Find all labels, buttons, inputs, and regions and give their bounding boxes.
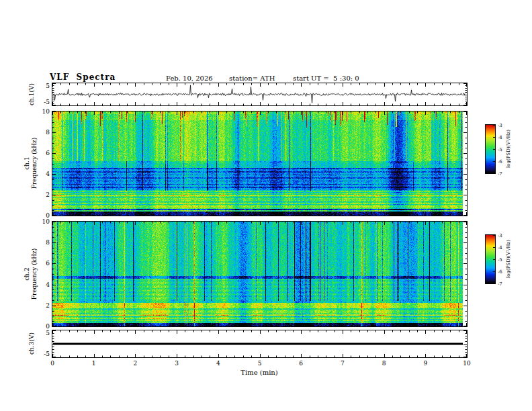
time-axis-label: Time (min) (192, 369, 326, 376)
ch3-waveform-panel (52, 330, 468, 358)
ch1-waveform-canvas (52, 83, 467, 105)
spec2-y-tick-label: 4 (36, 281, 50, 288)
colorbar1-tick-label: -4 (498, 134, 508, 141)
ch1-axis-frequency-line: Frequency (kHz) (31, 131, 38, 195)
ch2-frequency-axis-label: ch.2 Frequency (kHz) (24, 242, 38, 306)
x-tick-label: 6 (294, 360, 308, 367)
figure-title: VLF Spectra (50, 73, 116, 82)
station-label: station= ATH (229, 75, 275, 82)
ch2-axis-frequency-line: Frequency (kHz) (31, 242, 38, 306)
colorbar-ch1 (485, 124, 496, 174)
ch1-waveform-panel (52, 83, 468, 106)
spec1-y-tick-label: 6 (36, 150, 50, 156)
x-tick-label: 7 (336, 360, 349, 367)
spec2-y-tick-label: 10 (36, 218, 50, 225)
spec1-y-tick-label: 10 (36, 108, 50, 115)
wave1-y-tick-label: 5 (36, 83, 50, 89)
x-tick-label: 5 (253, 360, 267, 367)
ch3-waveform-canvas (52, 330, 467, 357)
colorbar-ch1-gradient (486, 125, 495, 173)
spec2-y-tick-label: 2 (36, 302, 50, 309)
colorbar1-tick-label: -3 (498, 122, 508, 129)
ch1-axis-channel-line: ch.1 (24, 131, 31, 195)
x-tick-label: 0 (46, 360, 59, 367)
colorbar1-tick-label: -6 (498, 158, 508, 165)
x-tick-label: 3 (170, 360, 183, 367)
wave3-y-tick-label: -5 (36, 351, 50, 357)
colorbar1-tick-label: -5 (498, 146, 508, 153)
x-tick-label: 2 (128, 360, 142, 367)
ch1-frequency-axis-label: ch.1 Frequency (kHz) (24, 131, 38, 195)
colorbar2-tick-label: -5 (498, 257, 508, 263)
colorbar1-tick-label: -7 (498, 171, 508, 177)
spec2-y-tick-label: 0 (36, 323, 50, 330)
date-label: Feb. 10, 2026 (166, 75, 213, 82)
colorbar2-tick-label: -6 (498, 269, 508, 275)
colorbar2-tick-label: -3 (498, 232, 508, 239)
ch2-spectrogram-panel (52, 221, 468, 327)
colorbar-ch2 (485, 234, 496, 284)
vlf-spectra-figure: VLF Spectra Feb. 10, 2026 station= ATH s… (0, 0, 532, 411)
x-tick-label: 9 (418, 360, 432, 367)
colorbar-ch2-gradient (486, 235, 495, 283)
x-tick-label: 1 (87, 360, 101, 367)
ch3-voltage-axis-label: ch.3(V) (28, 330, 36, 357)
ch1-spectrogram-canvas (52, 111, 467, 216)
spec1-y-tick-label: 4 (36, 171, 50, 177)
ch2-axis-channel-line: ch.2 (24, 242, 31, 306)
colorbar2-tick-label: -7 (498, 281, 508, 287)
ch1-voltage-axis-label: ch.1(V) (28, 81, 36, 108)
colorbar2-tick-label: -4 (498, 244, 508, 251)
x-tick-label: 8 (378, 360, 391, 367)
x-tick-label: 10 (460, 360, 474, 367)
wave1-y-tick-label: -5 (36, 99, 50, 105)
spec2-y-tick-label: 8 (36, 239, 50, 246)
spec1-y-tick-label: 2 (36, 191, 50, 198)
ch1-spectrogram-panel (52, 111, 468, 216)
wave3-y-tick-label: 5 (36, 330, 50, 336)
spec2-y-tick-label: 6 (36, 260, 50, 267)
ch2-spectrogram-canvas (52, 222, 467, 326)
spec1-y-tick-label: 8 (36, 129, 50, 136)
start-ut-label: start UT = 5 :30: 0 (293, 75, 359, 82)
x-tick-label: 4 (212, 360, 225, 367)
